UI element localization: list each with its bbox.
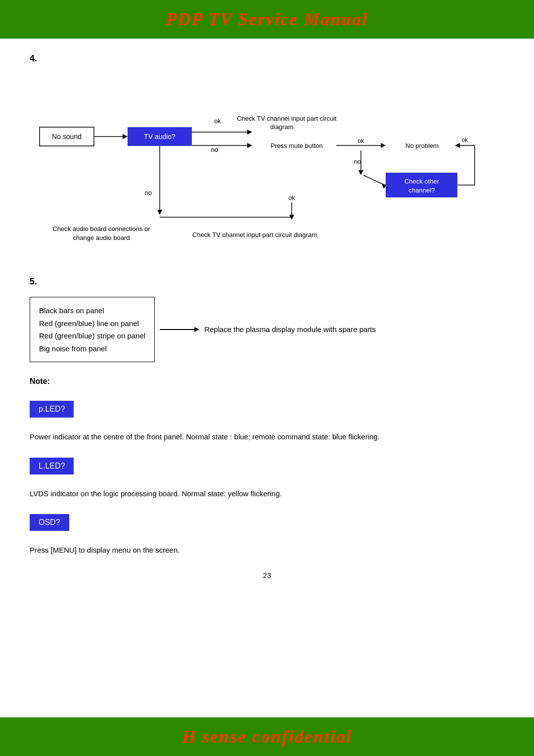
svg-text:ok: ok [462, 137, 469, 143]
note-label: Note: [30, 377, 504, 386]
osd-section: OSD? [30, 514, 504, 538]
footer-bar: H sense confidential [0, 717, 534, 756]
svg-text:no: no [145, 189, 152, 196]
svg-text:ok: ok [357, 137, 364, 144]
svg-line-23 [363, 175, 385, 185]
osd-box: OSD? [30, 514, 69, 531]
svg-marker-15 [381, 143, 386, 148]
panel-issues-box: Black bars on panel Red (green/blue) lin… [30, 297, 155, 362]
note-section: Note: [30, 377, 504, 386]
section5-number: 5. [30, 277, 504, 287]
svg-text:Check TV channel input part ci: Check TV channel input part circuit diag… [192, 231, 317, 238]
svg-text:channel?: channel? [409, 187, 435, 194]
flowchart-section4: No sound TV audio? ok Check TV channel i… [30, 74, 504, 272]
svg-text:diagram: diagram [270, 123, 294, 131]
section5: 5. Black bars on panel Red (green/blue) … [30, 277, 504, 362]
pled-box: p.LED? [30, 401, 74, 418]
footer-title: H sense confidential [182, 727, 352, 747]
svg-text:No problem: No problem [405, 142, 439, 149]
tv-audio-label: TV audio? [144, 133, 176, 141]
lled-box: L.LED? [30, 458, 74, 474]
lled-section: L.LED? [30, 458, 504, 481]
svg-marker-6 [247, 130, 252, 135]
svg-marker-19 [358, 170, 363, 175]
panel-item-4: Big noise from panel [39, 342, 145, 355]
svg-text:no: no [354, 158, 361, 165]
svg-text:ok: ok [288, 194, 295, 201]
svg-text:Check  TV  channel  input  par: Check TV channel input part circuit [237, 115, 337, 122]
header-title: PDP TV Service Manual [166, 9, 368, 29]
svg-marker-2 [123, 134, 128, 139]
osd-description: Press [MENU] to display menu on the scre… [30, 545, 504, 556]
header-bar: PDP TV Service Manual [0, 0, 534, 39]
svg-marker-28 [455, 143, 460, 148]
panel-item-1: Black bars on panel [39, 304, 145, 317]
svg-text:ok: ok [214, 117, 221, 125]
arrow-to-replace [155, 322, 204, 337]
replace-text: Replace the plasma display module with s… [204, 324, 376, 335]
svg-text:Check  other: Check other [404, 178, 440, 185]
lled-description: LVDS indicator on the logic processing b… [30, 488, 504, 500]
svg-marker-11 [247, 143, 252, 148]
svg-text:Check  audio  board  connectio: Check audio board connections or [52, 225, 150, 233]
page-number: 23 [30, 571, 504, 579]
panel-item-2: Red (green/blue) line on panel [39, 317, 145, 330]
pled-description: Power indicator at the centre of the fro… [30, 431, 504, 443]
svg-marker-32 [157, 210, 162, 215]
pled-section: p.LED? [30, 401, 504, 425]
svg-text:change audio board: change audio board [73, 234, 130, 241]
svg-text:no: no [211, 146, 218, 153]
panel-item-3: Red (green/blue) stripe on panel [39, 330, 145, 342]
svg-text:Press mute button: Press mute button [270, 142, 323, 149]
svg-marker-41 [194, 327, 199, 332]
no-sound-label: No sound [52, 133, 82, 141]
section4-number: 4. [30, 53, 504, 64]
